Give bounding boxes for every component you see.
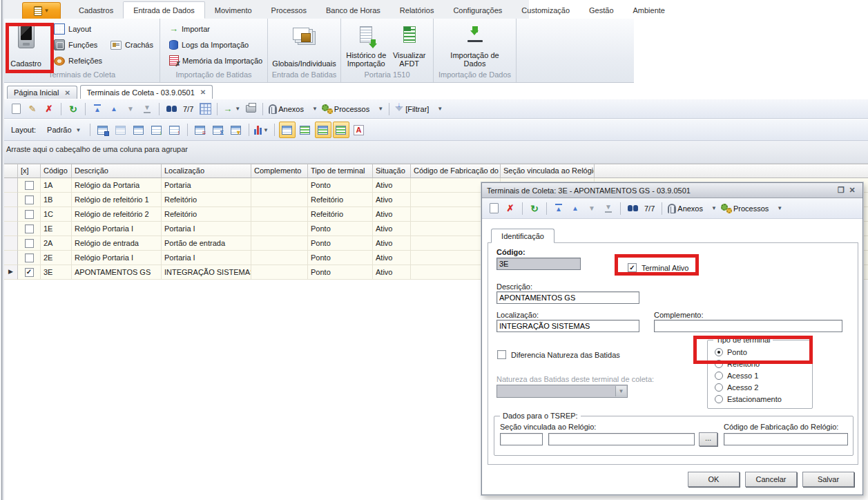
edit-record-button[interactable]: ✎ [25,102,40,117]
group-by-bar[interactable]: Arraste aqui o cabeçalho de uma coluna p… [4,141,868,164]
row-checkbox-cell[interactable] [18,265,41,280]
close-icon[interactable]: ✕ [200,88,206,96]
secao-code-field[interactable] [500,433,543,445]
radio-estacionamento[interactable]: Estacionamento [715,393,782,405]
refeicoes-button[interactable]: Refeições [50,52,106,68]
application-menu-button[interactable]: ▼ [22,2,61,19]
importar-button[interactable]: → Importar [166,21,266,37]
cadastro-button[interactable]: Cadastro [7,21,45,69]
find-button[interactable] [164,102,179,117]
ribbon-tab-configurações[interactable]: Configurações [443,2,512,19]
row-checkbox-cell[interactable] [18,222,41,236]
codigo-field[interactable] [496,258,581,270]
secao-lookup-button[interactable]: ... [699,432,717,446]
grid-layout-button[interactable] [131,122,147,138]
grid-column-header-2[interactable]: Descrição [72,164,162,178]
layout-button[interactable]: Layout [50,21,106,37]
row-checkbox[interactable] [25,268,34,277]
grid-column-header-7[interactable]: Código de Fabricação do Relógio [411,164,501,178]
ribbon-tab-customização[interactable]: Customização [512,2,579,19]
export-layout-button[interactable]: ↑ [166,122,183,138]
grid-view-button[interactable] [197,102,213,117]
row-checkbox[interactable] [25,210,34,219]
row-checkbox[interactable] [25,195,34,204]
grid-column-header-4[interactable]: Complemento [251,164,308,178]
diferencia-natureza-checkbox[interactable] [497,350,506,359]
view-toggle-3-button[interactable] [315,122,331,138]
last-record-button[interactable]: ▼ [601,201,616,216]
view-toggle-2-button[interactable] [297,122,314,138]
save-layout-button[interactable] [95,122,111,138]
memoria-importacao-button[interactable]: Memória da Importação [166,52,266,68]
row-checkbox[interactable] [25,224,34,233]
first-record-button[interactable]: ▲ [90,102,105,117]
processos-button[interactable]: Processos▼ [320,102,385,117]
radio-icon[interactable] [715,372,723,380]
row-checkbox-cell[interactable] [18,251,41,265]
chart-button[interactable]: ▼ [253,122,270,138]
import-layout-button[interactable]: ↓ [148,122,165,138]
radio-acesso-1[interactable]: Acesso 1 [715,369,782,381]
ribbon-tab-processos[interactable]: Processos [262,2,316,19]
font-button[interactable]: A [351,122,367,138]
ok-button[interactable]: OK [688,472,740,487]
funcoes-button[interactable]: Funções [50,37,106,52]
radio-refeitório[interactable]: Refeitório [715,358,782,369]
new-record-button[interactable] [8,102,23,117]
delete-record-button[interactable]: ✗ [41,102,57,117]
tab-identificacao[interactable]: Identificação [491,229,554,243]
descricao-field[interactable] [496,291,639,304]
importacao-de-dados-button[interactable]: Importação de Dados [447,21,503,69]
radio-ponto[interactable]: Ponto [715,346,782,358]
natureza-batidas-dropdown[interactable]: ▼ [496,385,628,398]
previous-record-button[interactable]: ▲ [106,102,122,117]
filtrar-button[interactable]: [Filtrar]▼ [394,102,444,117]
ribbon-tab-gestão[interactable]: Gestão [579,2,623,19]
grid-column-header-0[interactable]: [x] [18,164,41,178]
close-icon[interactable]: ✕ [64,89,70,97]
radio-icon[interactable] [715,348,723,356]
radio-icon[interactable] [715,395,723,403]
dialog-title-bar[interactable]: Terminais de Coleta: 3E - APONTAMENTOS G… [482,183,862,198]
export-button[interactable]: →▼ [222,102,242,117]
globais-individuais-button[interactable]: Globais/Individuais [271,21,338,69]
anexos-button[interactable]: Anexos▼ [267,102,319,117]
processos-button[interactable]: Processos▼ [720,201,784,216]
summary-button[interactable]: Σ [210,122,226,138]
radio-icon[interactable] [715,383,723,392]
cancelar-button[interactable]: Cancelar [745,472,797,487]
conditional-format-button[interactable]: ▼ [228,122,244,138]
secao-desc-field[interactable] [548,433,695,445]
grid-column-header-1[interactable]: Código [41,164,72,178]
ribbon-tab-banco-de-horas[interactable]: Banco de Horas [316,2,390,19]
row-checkbox-cell[interactable] [18,193,41,207]
row-checkbox-cell[interactable] [18,236,41,251]
logs-importacao-button[interactable]: Logs da Importação [166,37,266,52]
ribbon-tab-cadastros[interactable]: Cadastros [69,2,123,19]
view-toggle-1-button[interactable] [279,122,296,138]
column-chooser-button[interactable]: ≡ [192,122,209,138]
historico-importacao-button[interactable]: Histórico de Importação [344,21,388,69]
grid-column-header-6[interactable]: Situação [373,164,411,178]
salvar-button[interactable]: Salvar [802,472,854,487]
row-checkbox-cell[interactable] [18,207,41,222]
terminal-ativo-checkbox[interactable] [628,263,637,272]
close-icon[interactable]: ✕ [847,186,858,195]
ribbon-tab-movimento[interactable]: Movimento [205,2,262,19]
find-button[interactable] [625,201,640,216]
delete-record-button[interactable]: ✗ [503,201,518,216]
first-record-button[interactable]: ▲ [551,201,566,216]
radio-icon[interactable] [715,360,723,368]
localizacao-field[interactable] [496,320,639,332]
next-record-button[interactable]: ▼ [584,201,599,216]
last-record-button[interactable]: ▼ [139,102,155,117]
next-record-button[interactable]: ▼ [123,102,138,117]
maximize-icon[interactable]: ❒ [836,186,847,195]
grid-column-header-8[interactable]: Seção vinculada ao Relógio [501,164,595,178]
complemento-field[interactable] [654,320,842,332]
tab-terminais-de-coleta[interactable]: Terminais de Coleta - 03.9.0501 ✕ [80,85,213,99]
delete-layout-button[interactable] [113,122,129,138]
layout-preset-dropdown[interactable]: Padrão▼ [43,122,85,137]
view-toggle-4-button[interactable] [333,122,349,138]
ribbon-tab-ambiente[interactable]: Ambiente [624,2,675,19]
